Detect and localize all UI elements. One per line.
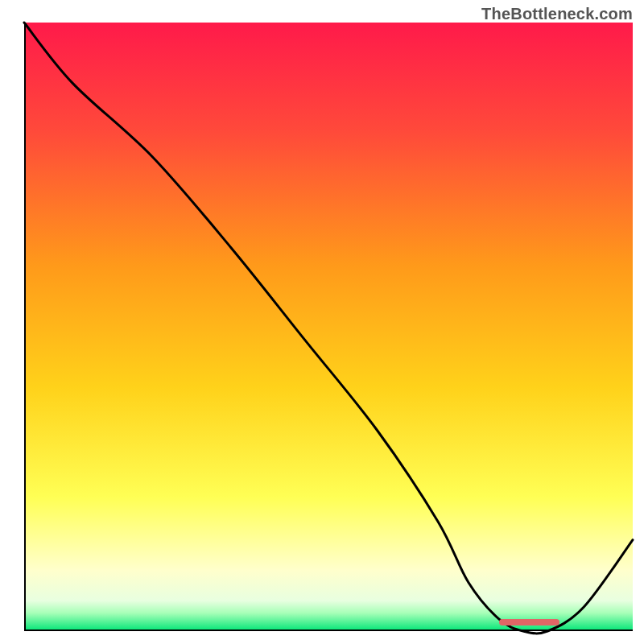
y-axis	[24, 23, 26, 631]
heat-gradient-rect	[24, 23, 633, 631]
valley-marker	[499, 619, 560, 625]
chart-frame: TheBottleneck.com	[0, 0, 644, 644]
x-axis	[24, 630, 633, 631]
watermark-text: TheBottleneck.com	[481, 5, 633, 23]
chart-svg	[24, 23, 633, 631]
plot-area	[24, 23, 633, 631]
